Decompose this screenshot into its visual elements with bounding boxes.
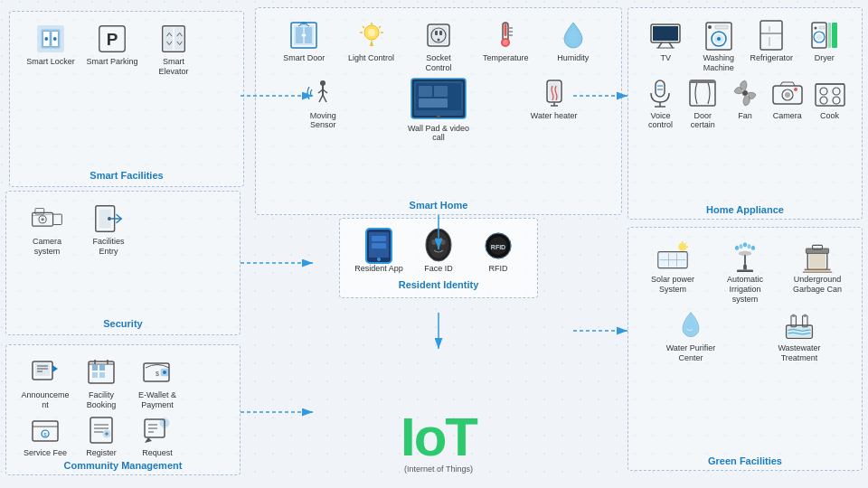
camera-system-label: Camera system: [21, 237, 73, 257]
svg-rect-136: [656, 80, 665, 97]
irrigation-label: Automatic Irrigation system: [719, 275, 771, 304]
parking-icon: P: [96, 23, 128, 55]
facility-booking-item: Facility Booking: [75, 356, 127, 410]
svg-point-123: [708, 25, 712, 29]
svg-point-134: [814, 27, 816, 30]
svg-point-143: [742, 90, 748, 96]
wastewater-icon: [783, 309, 816, 342]
socket-control-label: Socket Control: [412, 53, 465, 73]
wallet-label: E-Wallet & Payment: [131, 390, 184, 410]
dryer-label: Dryer: [815, 53, 835, 63]
service-fee-item: $ Service Fee: [19, 414, 71, 458]
smart-home-section: Smart Door: [255, 7, 622, 215]
smart-locker-item: Smart Locker: [24, 23, 77, 77]
washing-icon: [703, 19, 735, 52]
garbage-icon: [801, 240, 834, 273]
wallpad-item: Wall Pad & video call: [402, 77, 475, 144]
home-appliance-section: TV Washing Machine: [627, 7, 863, 220]
smart-elevator-label: Smart Elevator: [147, 57, 200, 77]
voice-control-label: Voice control: [639, 111, 682, 131]
register-item: Register: [75, 414, 127, 458]
door-curtain-icon: [686, 77, 719, 109]
svg-point-150: [833, 88, 840, 95]
temperature-icon: [489, 19, 522, 52]
entry-icon: [92, 202, 125, 235]
iot-subtitle: (Internet of Things): [253, 465, 624, 474]
voice-icon: [644, 77, 676, 109]
svg-rect-69: [429, 26, 448, 44]
resident-identity-title: Resident Identity: [347, 279, 530, 290]
smart-locker-label: Smart Locker: [26, 57, 75, 67]
door-curtain-label: Door certain: [682, 111, 724, 131]
svg-point-147: [794, 88, 797, 91]
solar-label: Solar power System: [646, 275, 699, 295]
svg-rect-16: [35, 209, 44, 215]
svg-rect-9: [165, 28, 173, 51]
face-id-item: Face ID: [412, 230, 465, 274]
temperature-item: Temperature: [479, 19, 532, 73]
svg-rect-168: [809, 253, 826, 267]
svg-point-67: [368, 29, 375, 36]
svg-rect-71: [435, 31, 438, 35]
light-control-label: Light Control: [348, 53, 394, 63]
tv-label: TV: [660, 53, 671, 63]
face-id-label: Face ID: [424, 264, 453, 274]
center-column: Smart Door: [253, 5, 624, 483]
svg-point-146: [785, 92, 790, 98]
smart-door-label: Smart Door: [283, 53, 325, 63]
svg-point-159: [678, 243, 686, 251]
left-column: Smart Locker P Smart Parking: [5, 5, 250, 483]
smart-parking-item: P Smart Parking: [86, 23, 138, 77]
rfid-icon: RFID: [482, 230, 514, 262]
light-icon: [355, 19, 388, 52]
svg-point-5: [53, 37, 57, 41]
dryer-item: Dryer: [798, 19, 851, 73]
water-purifier-label: Water Purifier Center: [665, 343, 717, 363]
svg-rect-115: [653, 26, 678, 41]
announcement-label: Announcement: [19, 390, 71, 410]
wallet-item: $ E-Wallet & Payment: [131, 356, 184, 410]
announcement-item: Announcement: [19, 356, 71, 410]
socket-control-item: Socket Control: [412, 19, 465, 73]
svg-rect-10: [175, 28, 183, 51]
svg-line-64: [379, 26, 381, 28]
community-management-title: Community Management: [6, 460, 240, 471]
smart-elevator-item: Smart Elevator: [147, 23, 200, 77]
booking-icon: [85, 356, 118, 389]
water-purifier-item: Water Purifier Center: [665, 309, 717, 363]
smart-parking-label: Smart Parking: [86, 57, 137, 67]
resident-app-label: Resident App: [354, 264, 403, 274]
fan-icon: [729, 77, 761, 109]
smart-door-icon: [288, 19, 320, 52]
dryer-icon: [808, 19, 841, 52]
svg-rect-101: [372, 243, 386, 249]
svg-rect-142: [690, 80, 715, 83]
tv-item: TV: [639, 19, 692, 73]
cook-icon: [814, 77, 846, 109]
wallpad-label: Wall Pad & video call: [402, 124, 475, 144]
rfid-label: RFID: [489, 264, 508, 274]
water-heater-label: Water heater: [531, 111, 578, 121]
garbage-label: Underground Garbage Can: [791, 275, 844, 295]
svg-rect-29: [92, 372, 98, 378]
irrigation-item: Automatic Irrigation system: [719, 240, 771, 304]
locker-icon: [34, 23, 67, 55]
green-facilities-section: Solar power System: [627, 227, 863, 471]
svg-rect-14: [53, 214, 62, 224]
smart-door-item: Smart Door: [278, 19, 330, 73]
green-facilities-title: Green Facilities: [628, 455, 862, 466]
water-purifier-icon: [675, 309, 707, 342]
svg-point-60: [304, 34, 307, 37]
facilities-entry-item: Facilities Entry: [82, 202, 135, 257]
svg-point-73: [437, 39, 439, 42]
request-icon: !: [141, 414, 174, 446]
light-control-item: Light Control: [345, 19, 398, 73]
svg-rect-90: [419, 86, 432, 97]
facility-booking-label: Facility Booking: [75, 390, 127, 410]
elevator-icon: [157, 23, 190, 55]
community-management-section: Announcement: [5, 344, 241, 475]
svg-point-81: [320, 80, 326, 86]
svg-point-93: [437, 115, 440, 118]
refrigerator-item: Refrigerator: [745, 19, 797, 73]
rfid-item: RFID RFID: [472, 230, 524, 274]
